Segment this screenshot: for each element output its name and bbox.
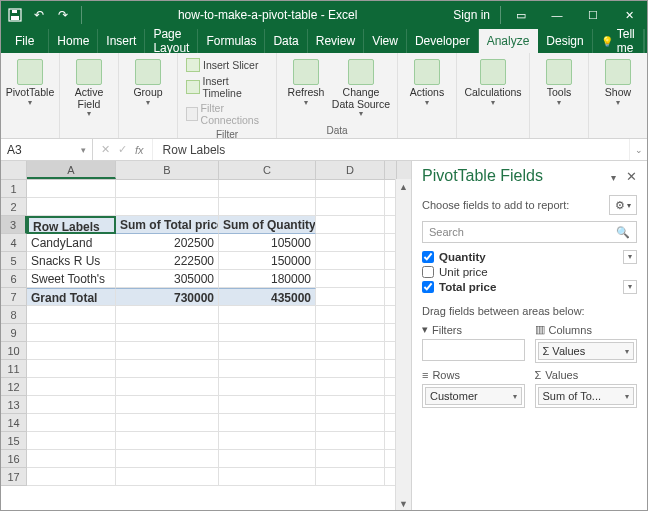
chevron-down-icon[interactable]: ▾: [623, 250, 637, 264]
field-checkbox[interactable]: [422, 251, 434, 263]
enter-formula-icon[interactable]: ✓: [118, 143, 127, 156]
chevron-down-icon[interactable]: ▾: [513, 392, 517, 401]
cell[interactable]: 150000: [219, 252, 316, 270]
name-box[interactable]: A3 ▾: [1, 139, 93, 160]
calculations-button[interactable]: Calculations: [463, 55, 523, 123]
area-rows[interactable]: ≡Rows Customer▾: [422, 369, 525, 408]
expand-formula-bar-icon[interactable]: ⌄: [629, 139, 647, 160]
close-pane-icon[interactable]: ✕: [626, 169, 637, 184]
tab-review[interactable]: Review: [308, 29, 364, 53]
cell[interactable]: 105000: [219, 234, 316, 252]
col-header-e[interactable]: [385, 161, 397, 179]
chip-sigma-values[interactable]: Σ Values▾: [538, 342, 635, 360]
group-button[interactable]: Group: [125, 55, 171, 123]
maximize-button[interactable]: ☐: [575, 1, 611, 29]
tab-share[interactable]: Share: [644, 29, 648, 53]
ribbon-display-options-icon[interactable]: ▭: [503, 1, 539, 29]
show-button[interactable]: Show: [595, 55, 641, 123]
row-header[interactable]: 8: [1, 306, 27, 324]
chip-sum-of-total[interactable]: Sum of To...▾: [538, 387, 635, 405]
col-header-c[interactable]: C: [219, 161, 316, 179]
tab-developer[interactable]: Developer: [407, 29, 479, 53]
formula-bar[interactable]: Row Labels: [153, 139, 629, 160]
fx-icon[interactable]: fx: [135, 144, 144, 156]
col-header-b[interactable]: B: [116, 161, 219, 179]
col-header-a[interactable]: A: [27, 161, 116, 179]
chevron-down-icon[interactable]: ▾: [81, 145, 86, 155]
row-header[interactable]: 16: [1, 450, 27, 468]
tab-data[interactable]: Data: [265, 29, 307, 53]
cell[interactable]: Sum of Total price: [116, 216, 219, 234]
col-header-d[interactable]: D: [316, 161, 385, 179]
row-header[interactable]: 17: [1, 468, 27, 486]
field-list-layout-button[interactable]: ⚙▾: [609, 195, 637, 215]
row-header[interactable]: 13: [1, 396, 27, 414]
actions-button[interactable]: Actions: [404, 55, 450, 123]
field-checkbox[interactable]: [422, 266, 434, 278]
tab-page-layout[interactable]: Page Layout: [145, 29, 198, 53]
cell[interactable]: Sum of Quantity: [219, 216, 316, 234]
cell-a3[interactable]: Row Labels ▾: [27, 216, 116, 234]
row-header[interactable]: 12: [1, 378, 27, 396]
pivottable-button[interactable]: PivotTable: [7, 55, 53, 123]
close-button[interactable]: ✕: [611, 1, 647, 29]
refresh-button[interactable]: Refresh: [283, 55, 329, 123]
spreadsheet-grid[interactable]: 1 2 3 Row Labels ▾ Sum of Total price Su…: [1, 180, 411, 486]
row-header[interactable]: 1: [1, 180, 27, 198]
scroll-up-icon[interactable]: ▲: [396, 179, 411, 195]
cell[interactable]: 180000: [219, 270, 316, 288]
cell[interactable]: 730000: [116, 288, 219, 306]
cell[interactable]: Grand Total: [27, 288, 116, 306]
cell[interactable]: 305000: [116, 270, 219, 288]
row-header[interactable]: 15: [1, 432, 27, 450]
active-field-button[interactable]: Active Field: [66, 55, 112, 123]
row-header[interactable]: 5: [1, 252, 27, 270]
area-values[interactable]: ΣValues Sum of To...▾: [535, 369, 638, 408]
row-header[interactable]: 4: [1, 234, 27, 252]
chevron-down-icon[interactable]: ▾: [623, 280, 637, 294]
undo-icon[interactable]: ↶: [31, 7, 47, 23]
select-all-corner[interactable]: [1, 161, 27, 179]
row-header[interactable]: 3: [1, 216, 27, 234]
chip-customer[interactable]: Customer▾: [425, 387, 522, 405]
row-header[interactable]: 11: [1, 360, 27, 378]
row-header[interactable]: 7: [1, 288, 27, 306]
tab-design[interactable]: Design: [538, 29, 592, 53]
tab-view[interactable]: View: [364, 29, 407, 53]
cell[interactable]: 435000: [219, 288, 316, 306]
row-header[interactable]: 6: [1, 270, 27, 288]
tools-button[interactable]: Tools: [536, 55, 582, 123]
tab-formulas[interactable]: Formulas: [198, 29, 265, 53]
chevron-down-icon[interactable]: ▾: [625, 392, 629, 401]
row-header[interactable]: 14: [1, 414, 27, 432]
row-header[interactable]: 2: [1, 198, 27, 216]
search-fields-input[interactable]: Search 🔍: [422, 221, 637, 243]
cell[interactable]: Snacks R Us: [27, 252, 116, 270]
chevron-down-icon[interactable]: ▾: [625, 347, 629, 356]
cell[interactable]: Sweet Tooth's: [27, 270, 116, 288]
cell[interactable]: 222500: [116, 252, 219, 270]
cancel-formula-icon[interactable]: ✕: [101, 143, 110, 156]
tab-home[interactable]: Home: [49, 29, 98, 53]
cell[interactable]: CandyLand: [27, 234, 116, 252]
insert-slicer-button[interactable]: Insert Slicer: [184, 57, 270, 73]
cell[interactable]: 202500: [116, 234, 219, 252]
pane-menu-icon[interactable]: ▾: [611, 172, 616, 183]
vertical-scrollbar[interactable]: ▲ ▼: [395, 179, 411, 511]
row-header[interactable]: 9: [1, 324, 27, 342]
minimize-button[interactable]: —: [539, 1, 575, 29]
change-data-source-button[interactable]: Change Data Source: [331, 55, 391, 123]
save-icon[interactable]: [7, 7, 23, 23]
tab-insert[interactable]: Insert: [98, 29, 145, 53]
scroll-down-icon[interactable]: ▼: [396, 496, 411, 511]
field-quantity[interactable]: Quantity▾: [422, 249, 637, 265]
row-header[interactable]: 10: [1, 342, 27, 360]
insert-timeline-button[interactable]: Insert Timeline: [184, 74, 270, 100]
field-total-price[interactable]: Total price▾: [422, 279, 637, 295]
sign-in-link[interactable]: Sign in: [445, 8, 498, 22]
tab-analyze[interactable]: Analyze: [479, 29, 539, 53]
field-unit-price[interactable]: Unit price: [422, 265, 637, 279]
area-columns[interactable]: ▥Columns Σ Values▾: [535, 323, 638, 363]
area-filters[interactable]: ▾Filters: [422, 323, 525, 363]
field-checkbox[interactable]: [422, 281, 434, 293]
